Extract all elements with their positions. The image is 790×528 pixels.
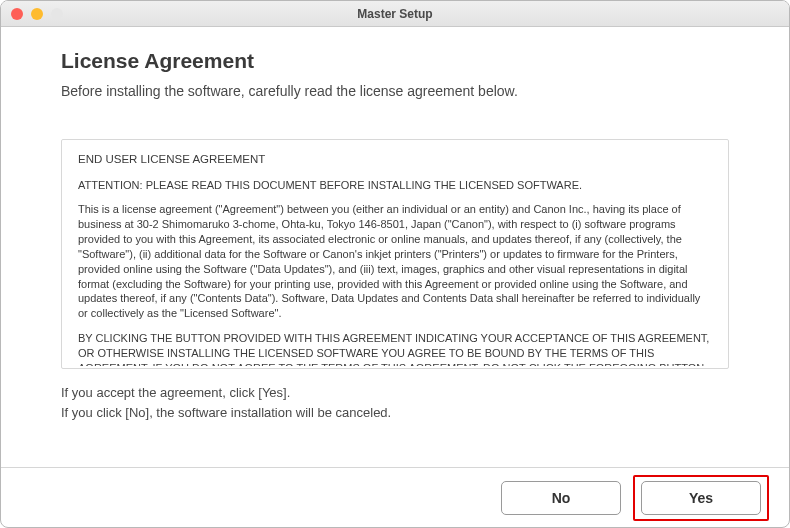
eula-container: END USER LICENSE AGREEMENT ATTENTION: PL… bbox=[61, 139, 729, 369]
content-area: License Agreement Before installing the … bbox=[1, 27, 789, 467]
titlebar: Master Setup bbox=[1, 1, 789, 27]
yes-button[interactable]: Yes bbox=[641, 481, 761, 515]
accept-line-yes: If you accept the agreement, click [Yes]… bbox=[61, 383, 729, 403]
eula-paragraph: This is a license agreement ("Agreement"… bbox=[78, 202, 712, 321]
accept-instructions: If you accept the agreement, click [Yes]… bbox=[61, 383, 729, 422]
eula-paragraph: BY CLICKING THE BUTTON PROVIDED WITH THI… bbox=[78, 331, 712, 366]
window-title: Master Setup bbox=[1, 7, 789, 21]
footer-bar: No Yes bbox=[1, 467, 789, 527]
setup-window: Master Setup License Agreement Before in… bbox=[0, 0, 790, 528]
page-heading: License Agreement bbox=[61, 49, 729, 73]
eula-title: END USER LICENSE AGREEMENT bbox=[78, 152, 712, 168]
no-button[interactable]: No bbox=[501, 481, 621, 515]
page-instruction: Before installing the software, carefull… bbox=[61, 83, 729, 99]
close-window-icon[interactable] bbox=[11, 8, 23, 20]
eula-scroll-area[interactable]: END USER LICENSE AGREEMENT ATTENTION: PL… bbox=[62, 142, 726, 366]
yes-button-highlight: Yes bbox=[633, 475, 769, 521]
eula-attention: ATTENTION: PLEASE READ THIS DOCUMENT BEF… bbox=[78, 178, 712, 193]
minimize-window-icon[interactable] bbox=[31, 8, 43, 20]
zoom-window-icon bbox=[51, 8, 63, 20]
window-controls bbox=[11, 8, 63, 20]
accept-line-no: If you click [No], the software installa… bbox=[61, 403, 729, 423]
